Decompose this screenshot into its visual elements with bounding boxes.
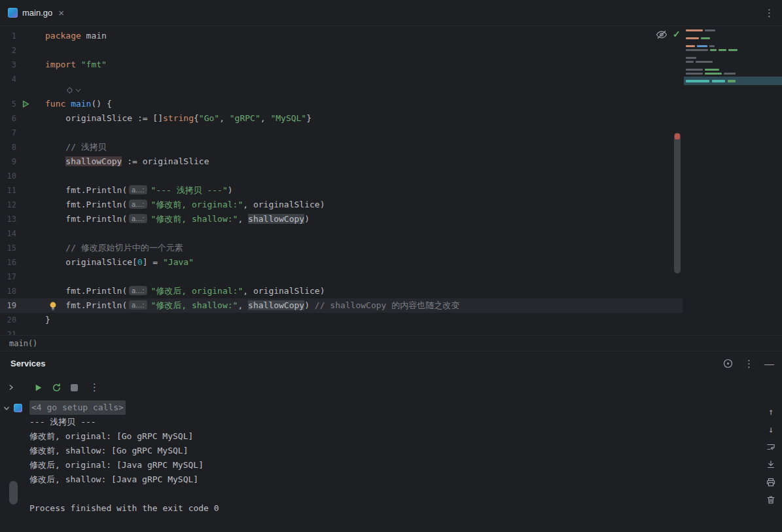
code-line[interactable]: 10 [0, 169, 683, 183]
line-number: 18 [0, 284, 16, 298]
parameter-hint-badge[interactable]: a…: [129, 286, 147, 295]
go-file-icon [8, 8, 18, 18]
clear-trash-icon[interactable] [764, 493, 778, 506]
console-line[interactable]: 修改前, shallow: [Go gRPC MySQL] [29, 444, 756, 458]
code-line[interactable]: 14 [0, 226, 683, 241]
parameter-hint-badge[interactable]: a…: [129, 214, 147, 223]
token-kw: package [45, 31, 81, 41]
parameter-hint-badge[interactable]: a…: [129, 185, 147, 194]
code-text: originalSlice[0] = "Java" [45, 255, 194, 270]
line-number: 14 [0, 226, 16, 241]
code-line[interactable]: 6 originalSlice := []string{"Go", "gRPC"… [0, 111, 683, 126]
code-line[interactable]: 19 fmt.Println(a…:"修改后, shallow:", shall… [0, 298, 683, 313]
toolbar-kebab-icon[interactable]: ⋮ [90, 381, 99, 393]
code-line[interactable]: 15 // 修改原始切片中的一个元素 [0, 241, 683, 255]
services-more-kebab-icon[interactable]: ⋮ [744, 359, 754, 368]
gutter-slot [16, 154, 45, 169]
token-def: fmt.Println( [45, 286, 127, 296]
code-line[interactable]: 20} [0, 313, 683, 327]
code-line[interactable]: 2 [0, 43, 683, 58]
line-number: 19 [0, 298, 16, 313]
run-icon[interactable] [22, 100, 29, 108]
minimap-segment [686, 45, 695, 47]
code-line[interactable]: 8 // 浅拷贝 [0, 140, 683, 154]
down-arrow-icon[interactable]: ↓ [764, 422, 778, 436]
code-line[interactable]: 21 [0, 327, 683, 335]
tab-main-go[interactable]: main.go × [0, 0, 72, 26]
editor-scrollbar-thumb[interactable] [674, 133, 681, 274]
code-line[interactable]: 5func main() { [0, 97, 683, 111]
minimap-segment [686, 37, 699, 39]
line-number: 5 [0, 97, 16, 111]
console-lines: <4 go setup calls>--- 浅拷贝 ---修改前, origin… [29, 400, 756, 516]
console-line[interactable] [29, 487, 756, 501]
code-text: func main() { [45, 97, 112, 111]
console-line[interactable]: 修改后, shallow: [Java gRPC MySQL] [29, 472, 756, 487]
line-number: 1 [0, 29, 16, 43]
console-line[interactable]: 修改前, original: [Go gRPC MySQL] [29, 429, 756, 444]
code-line[interactable]: 12 fmt.Println(a…:"修改前, original:", orig… [0, 198, 683, 212]
scroll-to-end-icon[interactable] [764, 457, 778, 471]
minimap-segment [686, 73, 703, 75]
token-def: fmt.Println( [45, 214, 127, 224]
console-line[interactable]: 修改后, original: [Java gRPC MySQL] [29, 458, 756, 472]
code-text [45, 86, 83, 97]
code-line[interactable]: 7 [0, 126, 683, 140]
services-scrollbar-thumb[interactable] [9, 481, 18, 505]
breadcrumb-main[interactable]: main() [9, 339, 37, 348]
code-line[interactable]: 9 shallowCopy := originalSlice [0, 154, 683, 169]
code-vision-widget[interactable] [66, 86, 83, 94]
minimap-viewport[interactable] [684, 77, 782, 85]
code-line[interactable]: 11 fmt.Println(a…:"--- 浅拷贝 ---") [0, 183, 683, 198]
token-def: , [260, 113, 271, 123]
code-line[interactable]: 4 [0, 72, 683, 86]
chevron-right-icon[interactable] [7, 383, 16, 392]
minimap-segment [724, 73, 736, 75]
code-editor[interactable]: 1package main23import "fmt"45func main()… [0, 26, 782, 335]
go-run-config-icon[interactable] [14, 404, 22, 412]
inspections-ok-check-icon[interactable]: ✓ [673, 29, 681, 39]
code-vision-row[interactable] [0, 86, 683, 97]
code-text: fmt.Println(a…:"修改前, original:", origina… [45, 198, 325, 212]
hide-tool-window-icon[interactable]: — [764, 359, 774, 368]
soft-wrap-icon[interactable] [764, 440, 778, 453]
code-line[interactable]: 17 [0, 270, 683, 284]
code-line[interactable]: 16 originalSlice[0] = "Java" [0, 255, 683, 270]
code-line[interactable]: 1package main [0, 29, 683, 43]
chevron-down-icon[interactable] [2, 404, 11, 413]
token-def: { [194, 113, 199, 123]
gutter-slot [16, 29, 45, 43]
services-header-actions: ⋮ — [722, 358, 774, 369]
print-icon[interactable] [764, 475, 778, 489]
rerun-button[interactable] [52, 383, 62, 393]
highlighting-eye-icon[interactable] [656, 30, 667, 39]
code-line[interactable]: 3import "fmt" [0, 58, 683, 72]
parameter-hint-badge[interactable]: a…: [129, 200, 147, 209]
error-stripe-mark[interactable] [675, 133, 680, 139]
locate-icon[interactable] [722, 358, 734, 369]
minimap[interactable] [684, 28, 782, 88]
services-toolbar: ⋮ [0, 376, 782, 399]
code-line[interactable]: 13 fmt.Println(a…:"修改前, shallow:", shall… [0, 212, 683, 226]
run-button[interactable] [34, 383, 43, 392]
console-line[interactable]: <4 go setup calls> [29, 400, 756, 415]
tab-close-icon[interactable]: × [58, 8, 64, 18]
code-line[interactable]: 18 fmt.Println(a…:"修改后, original:", orig… [0, 284, 683, 298]
console-line[interactable]: Process finished with the exit code 0 [29, 501, 756, 516]
minimap-segment [686, 49, 708, 51]
console-line[interactable]: --- 浅拷贝 --- [29, 415, 756, 429]
folded-region-chip[interactable]: <4 go setup calls> [29, 400, 126, 415]
parameter-hint-badge[interactable]: a…: [129, 300, 147, 310]
up-arrow-icon[interactable]: ↑ [764, 404, 778, 418]
intention-bulb-icon[interactable] [48, 301, 58, 311]
run-console[interactable]: <4 go setup calls>--- 浅拷贝 ---修改前, origin… [0, 399, 782, 532]
minimap-segment [686, 57, 696, 59]
editor-options-kebab-icon[interactable]: ⋮ [764, 0, 774, 26]
gutter-slot [16, 140, 45, 154]
token-def: originalSlice := [] [45, 113, 163, 123]
minimap-segment [686, 80, 709, 82]
minimap-row [686, 65, 782, 67]
token-def: } [306, 113, 311, 123]
stop-button[interactable] [71, 384, 78, 391]
minimap-segment [728, 80, 736, 82]
